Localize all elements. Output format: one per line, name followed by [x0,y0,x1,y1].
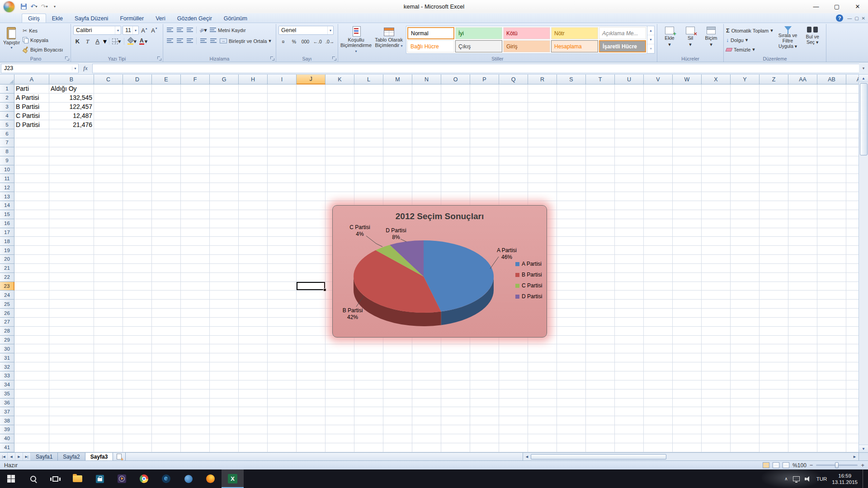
cell-W16[interactable] [673,219,702,228]
cell-M34[interactable] [383,380,412,389]
cell-F5[interactable] [181,120,210,129]
cell-AA25[interactable] [788,300,817,309]
cell-J35[interactable] [297,389,326,399]
cell-Y6[interactable] [731,129,760,138]
cell-L4[interactable] [354,112,383,121]
cell-X29[interactable] [702,336,731,345]
cell-Y21[interactable] [731,264,760,273]
cell-G25[interactable] [210,300,239,309]
cell-O37[interactable] [441,407,470,416]
cell-T25[interactable] [586,300,615,309]
row-header-3[interactable]: 3 [0,103,14,112]
cell-N37[interactable] [412,407,441,416]
start-taskbar-button[interactable] [0,469,22,488]
cell-H12[interactable] [239,183,268,192]
cell-Z24[interactable] [760,291,788,300]
cell-AB14[interactable] [817,201,846,210]
cell-A18[interactable] [14,237,49,246]
cell-F27[interactable] [181,318,210,327]
zoom-in-button[interactable]: + [861,462,864,469]
cell-Y27[interactable] [731,318,760,327]
cell-AA6[interactable] [788,129,817,138]
cell-M11[interactable] [383,174,412,183]
cell-G14[interactable] [210,201,239,210]
cell-F14[interactable] [181,201,210,210]
cell-S26[interactable] [557,309,586,318]
cell-V13[interactable] [644,192,673,201]
cell-I24[interactable] [268,291,297,300]
cell-P34[interactable] [470,380,499,389]
cell-AB34[interactable] [817,380,846,389]
cell-M3[interactable] [383,103,412,112]
column-header-K[interactable]: K [326,75,354,84]
copy-button[interactable]: Kopyala [23,36,63,44]
cell-G6[interactable] [210,129,239,138]
cell-K9[interactable] [326,156,354,165]
cell-P4[interactable] [470,112,499,121]
cell-S25[interactable] [557,300,586,309]
cell-I5[interactable] [268,120,297,129]
cell-A41[interactable] [14,443,49,452]
cell-AC40[interactable] [846,434,859,443]
cell-AC15[interactable] [846,210,859,219]
cell-F34[interactable] [181,380,210,389]
cell-E21[interactable] [152,264,181,273]
cell-AB32[interactable] [817,362,846,371]
column-header-C[interactable]: C [94,75,123,84]
row-header-7[interactable]: 7 [0,138,14,147]
cell-J16[interactable] [297,219,326,228]
cell-Y4[interactable] [731,112,760,121]
cell-B5[interactable]: 21,476 [49,120,94,129]
row-header-11[interactable]: 11 [0,174,14,183]
row-header-6[interactable]: 6 [0,129,14,138]
increase-decimal-button[interactable]: ←.0 [312,38,323,46]
cell-A14[interactable] [14,201,49,210]
cell-E34[interactable] [152,380,181,389]
cell-G9[interactable] [210,156,239,165]
cell-S30[interactable] [557,344,586,353]
cell-I8[interactable] [268,147,297,156]
cell-AC8[interactable] [846,147,859,156]
cell-I19[interactable] [268,246,297,255]
cell-V26[interactable] [644,309,673,318]
column-header-D[interactable]: D [123,75,152,84]
cell-AA38[interactable] [788,416,817,425]
cell-Q30[interactable] [499,344,528,353]
column-header-B[interactable]: B [49,75,94,84]
cell-B33[interactable] [49,371,94,380]
cell-J27[interactable] [297,318,326,327]
paste-button[interactable]: Yapıştır ▾ [3,25,20,55]
cell-N31[interactable] [412,353,441,362]
cell-AA7[interactable] [788,138,817,147]
cell-M36[interactable] [383,399,412,408]
sheet-tab-sayfa2[interactable]: Sayfa2 [58,453,85,460]
cell-Z23[interactable] [760,282,788,291]
cell-C24[interactable] [94,291,123,300]
cell-AB9[interactable] [817,156,846,165]
cell-S8[interactable] [557,147,586,156]
scroll-down-icon[interactable]: ▼ [859,445,868,452]
cell-M30[interactable] [383,344,412,353]
cell-A24[interactable] [14,291,49,300]
cell-Z2[interactable] [760,94,788,103]
cell-X41[interactable] [702,443,731,452]
cell-B9[interactable] [49,156,94,165]
underline-button[interactable]: A [93,37,102,46]
cell-T7[interactable] [586,138,615,147]
cell-S6[interactable] [557,129,586,138]
align-center-button[interactable] [175,37,184,45]
cell-G7[interactable] [210,138,239,147]
cell-T4[interactable] [586,112,615,121]
cell-Z10[interactable] [760,165,788,174]
page-layout-view-button[interactable] [773,462,779,468]
row-header-10[interactable]: 10 [0,165,14,174]
cell-E26[interactable] [152,309,181,318]
row-header-13[interactable]: 13 [0,192,14,201]
cell-S12[interactable] [557,183,586,192]
cell-A15[interactable] [14,210,49,219]
cell-T14[interactable] [586,201,615,210]
cell-T24[interactable] [586,291,615,300]
cell-N13[interactable] [412,192,441,201]
cell-H34[interactable] [239,380,268,389]
cell-D14[interactable] [123,201,152,210]
